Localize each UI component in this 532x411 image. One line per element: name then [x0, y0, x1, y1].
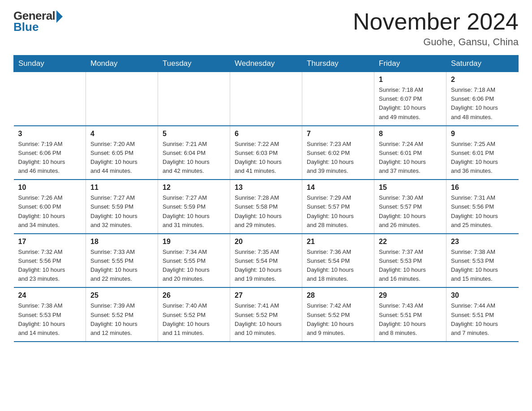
day-info: Sunrise: 7:26 AMSunset: 6:00 PMDaylight:…: [18, 193, 82, 230]
header-sunday: Sunday: [14, 56, 86, 72]
header-monday: Monday: [86, 56, 158, 72]
day-info: Sunrise: 7:39 AMSunset: 5:52 PMDaylight:…: [90, 301, 153, 338]
day-number: 11: [90, 184, 153, 192]
calendar-week-row: 24Sunrise: 7:38 AMSunset: 5:53 PMDayligh…: [14, 287, 519, 342]
day-info: Sunrise: 7:20 AMSunset: 6:05 PMDaylight:…: [90, 140, 153, 176]
table-row: 8Sunrise: 7:24 AMSunset: 6:01 PMDaylight…: [374, 126, 446, 180]
day-number: 27: [235, 291, 297, 300]
calendar-week-row: 3Sunrise: 7:19 AMSunset: 6:06 PMDaylight…: [14, 126, 519, 180]
day-info: Sunrise: 7:23 AMSunset: 6:02 PMDaylight:…: [307, 140, 369, 176]
day-number: 2: [451, 76, 514, 84]
table-row: 30Sunrise: 7:44 AMSunset: 5:51 PMDayligh…: [446, 287, 519, 342]
day-number: 19: [163, 238, 225, 246]
day-number: 13: [235, 184, 297, 192]
table-row: 12Sunrise: 7:27 AMSunset: 5:59 PMDayligh…: [158, 180, 230, 234]
table-row: 18Sunrise: 7:33 AMSunset: 5:55 PMDayligh…: [86, 234, 158, 288]
table-row: 16Sunrise: 7:31 AMSunset: 5:56 PMDayligh…: [446, 180, 519, 234]
day-number: 26: [163, 291, 225, 300]
day-info: Sunrise: 7:21 AMSunset: 6:04 PMDaylight:…: [163, 140, 225, 176]
day-info: Sunrise: 7:37 AMSunset: 5:53 PMDaylight:…: [379, 248, 442, 284]
table-row: 5Sunrise: 7:21 AMSunset: 6:04 PMDaylight…: [158, 126, 230, 180]
day-info: Sunrise: 7:18 AMSunset: 6:06 PMDaylight:…: [451, 86, 514, 122]
day-info: Sunrise: 7:36 AMSunset: 5:54 PMDaylight:…: [307, 248, 369, 284]
weekday-header-row: Sunday Monday Tuesday Wednesday Thursday…: [14, 56, 519, 72]
table-row: 27Sunrise: 7:41 AMSunset: 5:52 PMDayligh…: [230, 287, 302, 342]
day-info: Sunrise: 7:27 AMSunset: 5:59 PMDaylight:…: [163, 193, 225, 230]
table-row: [86, 72, 158, 126]
table-row: 20Sunrise: 7:35 AMSunset: 5:54 PMDayligh…: [230, 234, 302, 288]
day-number: 23: [451, 238, 514, 246]
day-info: Sunrise: 7:42 AMSunset: 5:52 PMDaylight:…: [307, 301, 369, 338]
header-wednesday: Wednesday: [230, 56, 302, 72]
table-row: 26Sunrise: 7:40 AMSunset: 5:52 PMDayligh…: [158, 287, 230, 342]
logo: General Blue: [13, 9, 63, 34]
day-info: Sunrise: 7:25 AMSunset: 6:01 PMDaylight:…: [451, 140, 514, 176]
day-info: Sunrise: 7:33 AMSunset: 5:55 PMDaylight:…: [90, 248, 153, 284]
day-number: 9: [451, 130, 514, 138]
table-row: 29Sunrise: 7:43 AMSunset: 5:51 PMDayligh…: [374, 287, 446, 342]
header-thursday: Thursday: [302, 56, 374, 72]
day-number: 29: [379, 291, 442, 300]
table-row: 24Sunrise: 7:38 AMSunset: 5:53 PMDayligh…: [14, 287, 86, 342]
day-number: 15: [379, 184, 442, 192]
day-number: 20: [235, 238, 297, 246]
day-number: 22: [379, 238, 442, 246]
day-info: Sunrise: 7:32 AMSunset: 5:56 PMDaylight:…: [18, 248, 82, 284]
table-row: 25Sunrise: 7:39 AMSunset: 5:52 PMDayligh…: [86, 287, 158, 342]
header-tuesday: Tuesday: [158, 56, 230, 72]
day-info: Sunrise: 7:28 AMSunset: 5:58 PMDaylight:…: [235, 193, 297, 230]
day-number: 14: [307, 184, 369, 192]
day-info: Sunrise: 7:19 AMSunset: 6:06 PMDaylight:…: [18, 140, 82, 176]
day-info: Sunrise: 7:34 AMSunset: 5:55 PMDaylight:…: [163, 248, 225, 284]
day-number: 28: [307, 291, 369, 300]
table-row: 13Sunrise: 7:28 AMSunset: 5:58 PMDayligh…: [230, 180, 302, 234]
table-row: 2Sunrise: 7:18 AMSunset: 6:06 PMDaylight…: [446, 72, 519, 126]
calendar-week-row: 1Sunrise: 7:18 AMSunset: 6:07 PMDaylight…: [14, 72, 519, 126]
title-area: November 2024 Guohe, Gansu, China: [353, 9, 519, 48]
table-row: 9Sunrise: 7:25 AMSunset: 6:01 PMDaylight…: [446, 126, 519, 180]
header-friday: Friday: [374, 56, 446, 72]
day-number: 4: [90, 130, 153, 138]
day-info: Sunrise: 7:38 AMSunset: 5:53 PMDaylight:…: [451, 248, 514, 284]
table-row: 14Sunrise: 7:29 AMSunset: 5:57 PMDayligh…: [302, 180, 374, 234]
calendar-table: Sunday Monday Tuesday Wednesday Thursday…: [13, 55, 519, 342]
logo-triangle-icon: [56, 10, 63, 23]
table-row: 1Sunrise: 7:18 AMSunset: 6:07 PMDaylight…: [374, 72, 446, 126]
day-number: 7: [307, 130, 369, 138]
day-info: Sunrise: 7:31 AMSunset: 5:56 PMDaylight:…: [451, 193, 514, 230]
day-number: 30: [451, 291, 514, 300]
header-saturday: Saturday: [446, 56, 519, 72]
table-row: 22Sunrise: 7:37 AMSunset: 5:53 PMDayligh…: [374, 234, 446, 288]
table-row: 17Sunrise: 7:32 AMSunset: 5:56 PMDayligh…: [14, 234, 86, 288]
day-info: Sunrise: 7:35 AMSunset: 5:54 PMDaylight:…: [235, 248, 297, 284]
table-row: 3Sunrise: 7:19 AMSunset: 6:06 PMDaylight…: [14, 126, 86, 180]
table-row: [14, 72, 86, 126]
day-number: 17: [18, 238, 82, 246]
day-info: Sunrise: 7:18 AMSunset: 6:07 PMDaylight:…: [379, 86, 442, 122]
day-info: Sunrise: 7:24 AMSunset: 6:01 PMDaylight:…: [379, 140, 442, 176]
table-row: 23Sunrise: 7:38 AMSunset: 5:53 PMDayligh…: [446, 234, 519, 288]
table-row: 28Sunrise: 7:42 AMSunset: 5:52 PMDayligh…: [302, 287, 374, 342]
table-row: 10Sunrise: 7:26 AMSunset: 6:00 PMDayligh…: [14, 180, 86, 234]
table-row: 19Sunrise: 7:34 AMSunset: 5:55 PMDayligh…: [158, 234, 230, 288]
day-info: Sunrise: 7:29 AMSunset: 5:57 PMDaylight:…: [307, 193, 369, 230]
calendar-subtitle: Guohe, Gansu, China: [353, 36, 519, 48]
day-info: Sunrise: 7:30 AMSunset: 5:57 PMDaylight:…: [379, 193, 442, 230]
day-number: 24: [18, 291, 82, 300]
day-number: 25: [90, 291, 153, 300]
day-info: Sunrise: 7:38 AMSunset: 5:53 PMDaylight:…: [18, 301, 82, 338]
day-info: Sunrise: 7:43 AMSunset: 5:51 PMDaylight:…: [379, 301, 442, 338]
day-number: 10: [18, 184, 82, 192]
day-number: 18: [90, 238, 153, 246]
table-row: [230, 72, 302, 126]
logo-blue-text: Blue: [13, 20, 39, 34]
table-row: [158, 72, 230, 126]
table-row: 11Sunrise: 7:27 AMSunset: 5:59 PMDayligh…: [86, 180, 158, 234]
table-row: 4Sunrise: 7:20 AMSunset: 6:05 PMDaylight…: [86, 126, 158, 180]
calendar-week-row: 17Sunrise: 7:32 AMSunset: 5:56 PMDayligh…: [14, 234, 519, 288]
table-row: [302, 72, 374, 126]
day-number: 21: [307, 238, 369, 246]
calendar-title: November 2024: [353, 9, 519, 34]
day-number: 3: [18, 130, 82, 138]
day-number: 8: [379, 130, 442, 138]
